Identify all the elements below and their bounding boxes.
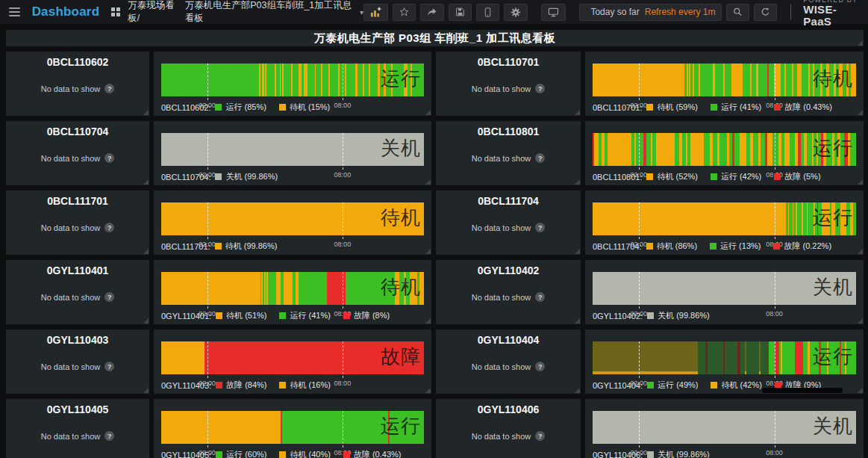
- machine-title[interactable]: 0BCL110701: [478, 56, 540, 68]
- no-data-message: No data to show ?: [472, 223, 546, 232]
- timeline-segment: [161, 411, 281, 444]
- tv-mode-button[interactable]: [541, 4, 566, 21]
- help-icon[interactable]: ?: [104, 431, 114, 441]
- machine-title[interactable]: 0GYL110401: [47, 264, 109, 276]
- timeline-segment: [784, 133, 790, 166]
- no-data-text: No data to show: [472, 223, 531, 232]
- time-gridline: [775, 133, 775, 170]
- machine-title[interactable]: 0GYL110406: [478, 403, 540, 415]
- legend-color-swatch: [343, 312, 350, 319]
- legend-machine-id: 0GYL110401:: [161, 312, 211, 321]
- help-icon[interactable]: ?: [535, 362, 545, 371]
- time-gridline: [343, 411, 343, 448]
- timeline-wrap: 关机 02:0008:00: [593, 272, 856, 305]
- machine-title[interactable]: 0BCL111704: [478, 195, 539, 207]
- help-icon[interactable]: ?: [104, 153, 114, 163]
- legend-item: 故障 (84%): [216, 380, 266, 391]
- machine-status-chart-panel: 故障 02:0008:00 0GYL110403: 故障 (84%)待机 (16…: [154, 329, 431, 394]
- timeline-segment: [370, 64, 378, 96]
- add-panel-button[interactable]: [363, 4, 388, 21]
- no-data-message: No data to show ?: [472, 431, 546, 441]
- legend-machine-id: 0GYL110402:: [593, 312, 643, 321]
- legend-item: 故障 (0.43%): [343, 449, 402, 458]
- settings-button[interactable]: [504, 4, 528, 21]
- timeline-segment: [740, 133, 746, 166]
- top-navbar: Dashboard 万泰现场看板/ 万泰机电生产部P03组车削班_1加工讯息看板…: [0, 0, 868, 24]
- no-data-text: No data to show: [41, 293, 101, 302]
- share-icon: [427, 7, 437, 17]
- current-status-label: 运行: [813, 344, 853, 370]
- legend-item: 待机 (40%): [279, 449, 330, 458]
- time-gridline: [639, 64, 640, 100]
- share-button[interactable]: [420, 4, 444, 21]
- help-icon[interactable]: ?: [104, 84, 114, 93]
- timeline-segment: [758, 64, 767, 96]
- legend-color-swatch: [215, 104, 222, 111]
- divider: [790, 4, 791, 19]
- legend: 0BCL110602: 运行 (85%)待机 (15%): [161, 102, 425, 113]
- time-gridline: [207, 202, 208, 239]
- no-data-text: No data to show: [41, 362, 101, 371]
- machine-title[interactable]: 0BCL110801: [478, 126, 540, 137]
- machine-status-chart-panel: 运行 02:0008:00 0GYL110405: 运行 (60%)待机 (40…: [154, 399, 431, 458]
- help-icon[interactable]: ?: [535, 431, 545, 441]
- timeline-wrap: 故障 02:0008:00: [161, 341, 424, 374]
- legend-item: 关机 (99.86%): [647, 449, 710, 458]
- legend-item: 运行 (41%): [711, 102, 761, 113]
- machine-title[interactable]: 0GYL110405: [47, 403, 109, 415]
- legend-label: 运行 (13%): [720, 241, 761, 252]
- machine-title[interactable]: 0GYL110403: [47, 334, 109, 346]
- star-icon: [399, 7, 409, 17]
- help-icon[interactable]: ?: [535, 223, 545, 232]
- time-gridline: [775, 272, 775, 309]
- legend-item: 故障 (0.43%): [774, 102, 832, 113]
- current-status-label: 关机: [813, 274, 853, 300]
- help-icon[interactable]: ?: [104, 223, 114, 232]
- machine-title[interactable]: 0BCL111701: [47, 195, 108, 207]
- machine-title[interactable]: 0GYL110404: [478, 334, 540, 346]
- legend-label: 故障 (8%): [354, 310, 390, 321]
- help-icon[interactable]: ?: [104, 292, 114, 302]
- legend-label: 关机 (99.86%): [225, 171, 278, 182]
- help-icon[interactable]: ?: [535, 84, 545, 93]
- dashboard-picker-icon[interactable]: [111, 7, 120, 16]
- breadcrumb[interactable]: 万泰现场看板/ 万泰机电生产部P03组车削班_1加工讯息看板 ▾: [128, 0, 363, 25]
- machine-title[interactable]: 0BCL110602: [47, 56, 109, 68]
- legend-color-swatch: [216, 451, 222, 458]
- legend-machine-id: 0BCL111704:: [593, 242, 642, 251]
- monitor-icon: [548, 7, 559, 18]
- legend-label: 待机 (15%): [290, 102, 330, 113]
- app-logo[interactable]: Dashboard: [32, 4, 100, 19]
- legend-machine-id: 0GYL110404:: [593, 381, 643, 390]
- mobile-button[interactable]: [476, 4, 499, 21]
- time-gridline: [207, 133, 208, 170]
- machine-title[interactable]: 0GYL110402: [478, 264, 540, 276]
- save-button[interactable]: [449, 4, 472, 21]
- legend-color-swatch: [647, 451, 654, 458]
- scrollbar-thumb[interactable]: [762, 388, 843, 393]
- legend-item: 运行 (60%): [216, 449, 266, 458]
- legend-color-swatch: [279, 104, 286, 111]
- refresh-button[interactable]: [754, 4, 777, 21]
- legend-label: 待机 (86%): [657, 241, 697, 252]
- legend-label: 故障 (0.43%): [784, 102, 832, 113]
- breadcrumb-root[interactable]: 万泰现场看板/: [128, 0, 181, 25]
- breadcrumb-current[interactable]: 万泰机电生产部P03组车削班_1加工讯息看板: [185, 0, 354, 25]
- no-data-text: No data to show: [472, 84, 531, 93]
- help-icon[interactable]: ?: [104, 362, 114, 371]
- time-gridline: [207, 341, 208, 378]
- machine-title[interactable]: 0BCL110704: [47, 126, 109, 137]
- no-data-message: No data to show ?: [41, 223, 115, 232]
- legend-label: 故障 (84%): [226, 380, 266, 391]
- menu-icon[interactable]: [9, 7, 20, 16]
- no-data-message: No data to show ?: [41, 292, 115, 302]
- help-icon[interactable]: ?: [535, 153, 545, 163]
- time-range-button[interactable]: Today so far Refresh every 1m: [579, 4, 722, 21]
- search-button[interactable]: [726, 4, 749, 21]
- no-data-message: No data to show ?: [472, 84, 546, 93]
- star-button[interactable]: [393, 4, 416, 21]
- timeline-wrap: 运行 02:0008:00: [593, 133, 856, 166]
- legend: 0BCL110704: 关机 (99.86%): [161, 171, 425, 182]
- time-gridline: [639, 202, 640, 239]
- help-icon[interactable]: ?: [535, 292, 545, 302]
